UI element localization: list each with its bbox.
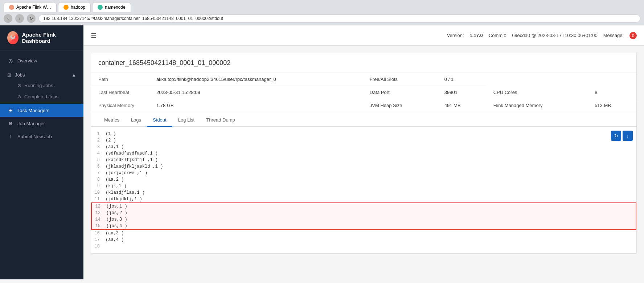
hadoop-tab-icon (63, 5, 69, 10)
content-tabs: Metrics Logs Stdout Log List Thread Dump (91, 114, 636, 127)
logo-text: Apache Flink Dashboard (22, 32, 76, 44)
sidebar-overview-label: Overview (17, 58, 37, 63)
code-line: 3(aa,1 ) (91, 144, 636, 150)
refresh-button[interactable]: ↻ (27, 14, 36, 23)
forward-button[interactable]: › (15, 14, 24, 23)
refresh-code-button[interactable]: ↻ (611, 131, 621, 141)
content-area: ☰ Version: 1.17.0 Commit: 69ecda0 @ 2023… (83, 25, 644, 279)
flink-tab-icon (9, 5, 14, 10)
submit-job-icon: ↑ (7, 134, 14, 139)
line-content: (jos,3 ) (106, 217, 127, 222)
sidebar-item-task-managers[interactable]: ⊞ Task Managers (0, 104, 83, 117)
message-badge: 0 (629, 32, 637, 39)
line-number: 1 (91, 131, 106, 136)
free-slots-label: Free/All Slots (362, 73, 437, 86)
namenode-tab-icon (98, 5, 103, 10)
container-title: container_1685450421148_0001_01_000002 (91, 53, 636, 73)
jvm-heap-label: JVM Heap Size (362, 99, 437, 112)
tab-stdout[interactable]: Stdout (147, 114, 172, 127)
line-number: 8 (91, 177, 106, 182)
header-left: ☰ (91, 32, 97, 40)
sidebar-job-manager-label: Job Manager (17, 121, 45, 126)
commit-value: 69ecda0 @ 2023-03-17T10:30:06+01:00 (512, 33, 597, 38)
line-content: (jos,2 ) (106, 210, 127, 216)
line-number: 18 (91, 244, 106, 249)
phys-mem-label: Physical Memory (91, 99, 149, 112)
overview-icon: ◎ (7, 58, 14, 63)
logo-icon: 🐿 (7, 31, 19, 44)
tab-metrics[interactable]: Metrics (98, 114, 125, 127)
completed-jobs-icon: ⊙ (17, 94, 21, 99)
line-content: (kjk,1 ) (106, 184, 127, 189)
line-content: (klasdjflas,1 ) (106, 190, 145, 195)
sidebar-item-overview[interactable]: ◎ Overview (0, 54, 83, 67)
code-line: 12(jos,1 ) (91, 202, 636, 210)
back-button[interactable]: ‹ (4, 14, 12, 23)
code-line: 17(aa,4 ) (91, 237, 636, 243)
line-content: (jdfkjdkfj,1 ) (106, 197, 142, 202)
code-line: 13(jos,2 ) (91, 210, 636, 216)
line-content: (kajsdklfjsdfjl ,1 ) (106, 157, 158, 163)
code-line: 9(kjk,1 ) (91, 183, 636, 189)
task-managers-icon: ⊞ (7, 107, 14, 113)
data-port-label: Data Port (362, 86, 437, 99)
line-content: (jerjwjerwe ,1 ) (106, 171, 147, 176)
code-line: 7(jerjwjerwe ,1 ) (91, 170, 636, 176)
sidebar-jobs-header[interactable]: ⊞ Jobs ▲ (7, 70, 76, 80)
top-header: ☰ Version: 1.17.0 Commit: 69ecda0 @ 2023… (83, 25, 644, 46)
tab-hadoop[interactable]: hadoop (58, 2, 91, 12)
commit-label: Commit: (489, 33, 506, 38)
sidebar-item-job-manager[interactable]: ⊕ Job Manager (0, 117, 83, 130)
line-content: (aa,4 ) (106, 237, 124, 242)
table-row: Physical Memory 1.78 GB JVM Heap Size 49… (91, 99, 636, 112)
running-jobs-icon: ⊙ (17, 83, 21, 88)
sidebar-item-running-jobs[interactable]: ⊙ Running Jobs (7, 80, 76, 91)
line-number: 10 (91, 190, 106, 195)
line-number: 9 (91, 184, 106, 189)
sidebar-logo: 🐿 Apache Flink Dashboard (0, 25, 83, 50)
sidebar-completed-jobs-label: Completed Jobs (24, 94, 58, 99)
sidebar-item-submit-new-job[interactable]: ↑ Submit New Job (0, 130, 83, 143)
tab-namenode[interactable]: namenode (92, 2, 131, 12)
line-number: 2 (91, 138, 106, 143)
version-label: Version: (447, 33, 464, 38)
line-content: (aa,2 ) (106, 177, 124, 182)
sidebar-nav: ◎ Overview ⊞ Jobs ▲ ⊙ Running Jobs ⊙ (0, 50, 83, 279)
line-number: 6 (91, 164, 106, 169)
tab-namenode-label: namenode (105, 5, 126, 10)
line-number: 17 (91, 237, 106, 242)
info-table: Path akka.tcp://flink@hadoop2:34615/user… (91, 73, 636, 112)
tab-logs[interactable]: Logs (125, 114, 147, 127)
code-viewer: ↻ ↓ 1(1 )2(2 )3(aa,1 )4(sdfasdfasdfasdf,… (91, 127, 636, 253)
code-line: 2(2 ) (91, 137, 636, 144)
data-port-value: 39901 (437, 86, 486, 99)
tab-log-list[interactable]: Log List (172, 114, 201, 127)
code-line: 6(jklasdjfkljaskld ,1 ) (91, 163, 636, 170)
table-row: Last Heartbeat 2023-05-31 15:28:09 Data … (91, 86, 636, 99)
download-code-button[interactable]: ↓ (623, 131, 633, 141)
tab-flink[interactable]: Apache Flink W… (4, 2, 57, 12)
tab-thread-dump[interactable]: Thread Dump (200, 114, 241, 127)
sidebar-jobs-section: ⊞ Jobs ▲ ⊙ Running Jobs ⊙ Completed Jobs (0, 67, 83, 104)
hamburger-icon[interactable]: ☰ (91, 32, 97, 40)
jvm-heap-value: 491 MB (437, 99, 486, 112)
sidebar-item-completed-jobs[interactable]: ⊙ Completed Jobs (7, 91, 76, 102)
code-line: 5(kajsdklfjsdfjl ,1 ) (91, 157, 636, 163)
sidebar-running-jobs-label: Running Jobs (24, 83, 53, 88)
line-number: 7 (91, 171, 106, 176)
line-number: 12 (92, 204, 106, 209)
line-content: (2 ) (106, 138, 116, 143)
cpu-cores-value: 8 (587, 86, 636, 99)
line-number: 4 (91, 151, 106, 156)
code-line: 10(klasdjflas,1 ) (91, 189, 636, 196)
line-content: (sdfasdfasdfasdf,1 ) (106, 151, 158, 156)
message-label: Message: (603, 33, 624, 38)
code-line: 1(1 ) (91, 131, 636, 137)
tab-hadoop-label: hadoop (71, 5, 85, 10)
address-bar[interactable]: 192.168.184.130:37145/#/task-manager/con… (38, 15, 640, 22)
line-content: (jos,1 ) (106, 204, 127, 209)
line-number: 14 (92, 217, 106, 222)
line-number: 11 (91, 197, 106, 202)
browser-tabs: Apache Flink W… hadoop namenode (0, 0, 644, 12)
chevron-up-icon: ▲ (71, 72, 76, 78)
